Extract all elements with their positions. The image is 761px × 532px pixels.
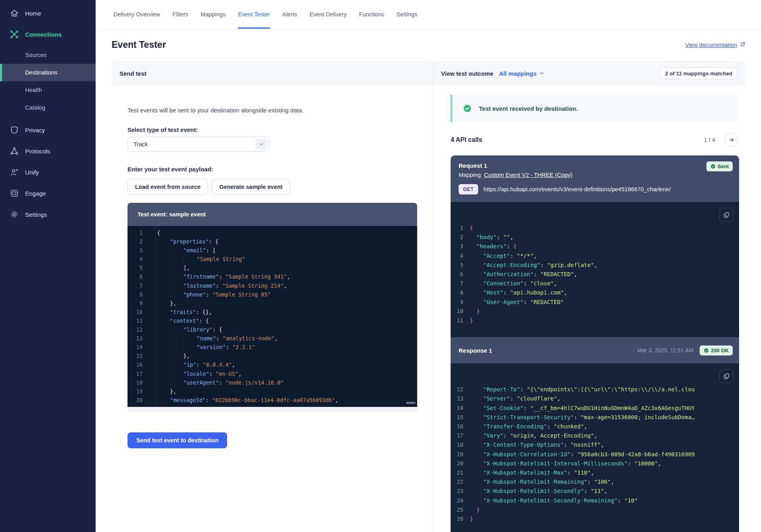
event-type-select[interactable]: Track — [127, 137, 269, 152]
editor-hscrollbar-track[interactable] — [127, 407, 417, 412]
tab-settings[interactable]: Settings — [396, 0, 417, 29]
mappings-matched-badge: 2 of 11 mappings matched — [660, 67, 737, 79]
copy-response-button[interactable] — [719, 369, 734, 383]
page-title: Event Tester — [112, 39, 166, 50]
check-circle-icon — [704, 348, 709, 353]
success-alert: Test event received by destination. — [451, 95, 738, 122]
sidebar: Home Connections Sources Destinations He… — [0, 0, 96, 532]
success-message: Test event received by destination. — [479, 105, 578, 112]
sidebar-item-label: Connections — [25, 31, 62, 38]
arrow-right-icon — [728, 137, 735, 143]
unify-icon — [10, 167, 19, 177]
request-header: Request 1 Sent Mapping: Custom Event V2 … — [451, 155, 739, 202]
app-window: Home Connections Sources Destinations He… — [0, 0, 761, 532]
http-method-chip: GET — [459, 184, 478, 194]
sidebar-item-unify[interactable]: Unify — [0, 163, 96, 181]
check-circle-icon — [710, 164, 716, 169]
response-body-code: 12 "Report-To": "{\"endpoints\":[{\"url\… — [451, 363, 739, 532]
main-content: Delivery Overview Filters Mappings Event… — [96, 0, 761, 532]
send-test-description: Test events will be sent to your destina… — [127, 107, 417, 114]
tab-functions[interactable]: Functions — [359, 0, 384, 29]
sidebar-item-label: Home — [25, 10, 41, 17]
tab-event-tester[interactable]: Event Tester — [238, 0, 270, 29]
home-icon — [10, 8, 19, 18]
editor-scrollbar-thumb[interactable] — [406, 402, 416, 404]
mappings-filter-dropdown[interactable]: All mappings — [499, 70, 544, 77]
panels: Send test Test events will be sent to yo… — [96, 61, 761, 532]
tab-delivery-overview[interactable]: Delivery Overview — [114, 0, 160, 29]
send-test-panel-header: Send test — [112, 61, 433, 85]
sent-status-badge: Sent — [706, 161, 733, 171]
tab-mappings[interactable]: Mappings — [200, 0, 226, 29]
next-api-call-button[interactable] — [725, 133, 738, 147]
engage-icon — [10, 188, 19, 198]
mapping-line: Mapping: Custom Event V2 - THREE (Copy) — [459, 172, 731, 178]
connections-icon — [10, 29, 19, 39]
tab-alerts[interactable]: Alerts — [282, 0, 297, 29]
copy-icon — [723, 373, 730, 380]
load-event-button[interactable]: Load event from source — [127, 179, 208, 195]
request-url: https://api.hubapi.com/events/v3/event-d… — [484, 186, 671, 192]
response-timestamp: Mar 3, 2025, 11:51 AM — [637, 347, 694, 353]
send-test-event-button[interactable]: Send test event to destination — [127, 432, 227, 448]
sidebar-item-sources[interactable]: Sources — [0, 46, 96, 64]
sidebar-item-destinations[interactable]: Destinations — [0, 64, 96, 81]
sidebar-item-home[interactable]: Home — [0, 4, 96, 22]
sidebar-item-engage[interactable]: Engage — [0, 185, 96, 202]
copy-request-button[interactable] — [719, 208, 734, 222]
response-title: Response 1 — [459, 347, 492, 354]
gear-icon — [10, 210, 19, 219]
sidebar-item-protocols[interactable]: Protocols — [0, 142, 96, 160]
api-calls-title: 4 API calls — [451, 136, 482, 143]
copy-icon — [723, 212, 730, 218]
test-outcome-panel: View test outcome All mappings 2 of 11 m… — [433, 61, 745, 532]
response-status-badge: 200 OK — [700, 346, 733, 355]
tab-event-delivery[interactable]: Event Delivery — [310, 0, 347, 29]
send-test-panel: Send test Test events will be sent to yo… — [112, 61, 433, 532]
chevron-down-icon — [255, 139, 267, 150]
protocols-icon — [10, 146, 19, 156]
response-header: Response 1 Mar 3, 2025, 11:51 AM 200 OK — [451, 337, 739, 363]
outcome-panel-header: View test outcome All mappings 2 of 11 m… — [433, 61, 745, 85]
api-calls-row: 4 API calls 1 / 4 — [451, 133, 738, 147]
sidebar-item-health[interactable]: Health — [0, 81, 96, 99]
success-check-icon — [463, 104, 472, 113]
sidebar-item-settings[interactable]: Settings — [0, 206, 96, 223]
sidebar-item-catalog[interactable]: Catalog — [0, 99, 96, 116]
payload-editor-title: Test event: sample event — [127, 203, 417, 226]
sidebar-item-connections[interactable]: Connections — [0, 26, 96, 43]
generate-sample-button[interactable]: Generate sample event — [212, 179, 290, 195]
payload-editor-code[interactable]: 1{2 "properties": {3 "email": [4 "Sample… — [127, 226, 417, 407]
mapping-link[interactable]: Custom Event V2 - THREE (Copy) — [484, 172, 573, 178]
destination-tabbar: Delivery Overview Filters Mappings Event… — [96, 0, 761, 29]
api-call-card: Request 1 Sent Mapping: Custom Event V2 … — [451, 155, 739, 532]
outcome-title: View test outcome — [441, 70, 493, 77]
event-type-label: Select type of test event: — [127, 126, 417, 133]
view-documentation-link[interactable]: View documentation — [685, 41, 745, 48]
payload-editor: Test event: sample event 1{2 "properties… — [127, 203, 417, 412]
api-calls-pagination: 1 / 4 — [704, 137, 715, 143]
page-header: Event Tester View documentation — [96, 29, 761, 61]
send-test-title: Send test — [120, 70, 147, 77]
request-title: Request 1 — [459, 162, 731, 169]
chevron-down-icon — [539, 71, 544, 76]
request-body-code: 1{2 "body": "",3 "headers": {4 "Accept":… — [451, 202, 739, 337]
payload-label: Enter your test event payload: — [127, 166, 417, 173]
external-link-icon — [740, 41, 745, 48]
tab-filters[interactable]: Filters — [173, 0, 188, 29]
sidebar-connections-sublist: Sources Destinations Health Catalog — [0, 46, 96, 116]
shield-icon — [10, 125, 19, 135]
sidebar-item-privacy[interactable]: Privacy — [0, 121, 96, 139]
